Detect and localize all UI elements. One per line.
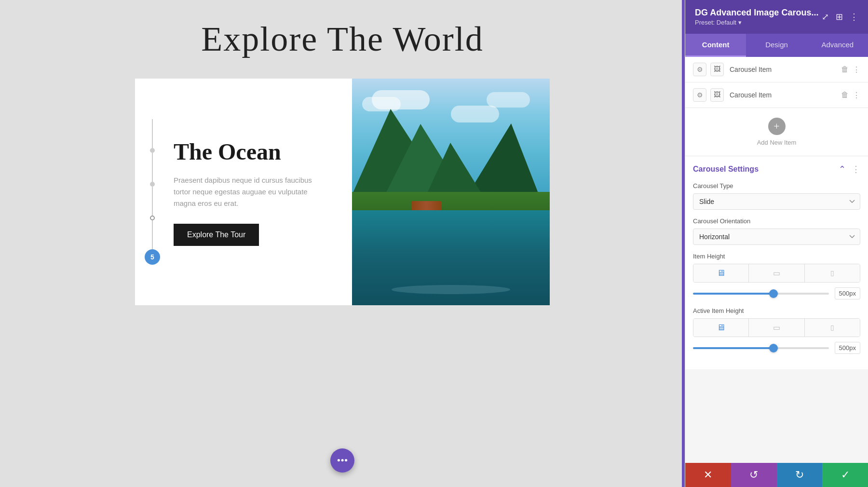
- settings-header-right: ⌃ ⋮: [839, 164, 860, 175]
- nav-dot-3[interactable]: [150, 216, 155, 220]
- float-toolbar: •••: [330, 448, 354, 473]
- nav-line-2: [152, 153, 153, 182]
- active-height-device-row: 🖥 ▭ ▯: [693, 318, 860, 337]
- active-tablet-icon: ▭: [773, 323, 780, 332]
- cloud-3: [451, 106, 499, 122]
- nav-dot-1[interactable]: [150, 148, 155, 153]
- cancel-icon: ✕: [704, 469, 712, 481]
- gear-icon-1: ⚙: [697, 66, 703, 74]
- add-new-label: Add New Item: [757, 139, 797, 146]
- item-actions-1: 🗑 ⋮: [841, 65, 860, 74]
- item-height-monitor-btn[interactable]: 🖥: [693, 264, 749, 282]
- redo-button[interactable]: ↻: [777, 463, 823, 487]
- panel-content: ⚙ 🖼 Carousel Item 🗑 ⋮ ⚙ 🖼: [685, 57, 868, 463]
- panel-subtitle[interactable]: Preset: Default ▾: [695, 19, 818, 26]
- add-circle-icon: +: [768, 118, 786, 135]
- active-item-height-label: Active Item Height: [693, 307, 860, 314]
- nav-badge[interactable]: 5: [145, 249, 160, 265]
- tab-content[interactable]: Content: [685, 34, 746, 57]
- page-title: Explore The World: [201, 19, 483, 59]
- undo-icon: ↺: [749, 469, 758, 481]
- carousel-body-text: Praesent dapibus neque id cursus faucibu…: [174, 175, 323, 209]
- settings-more-dots[interactable]: ⋮: [852, 164, 860, 175]
- save-button[interactable]: ✓: [822, 463, 868, 487]
- item-image-icon-2[interactable]: 🖼: [710, 88, 724, 102]
- settings-title: Carousel Settings: [693, 165, 759, 174]
- carousel-heading: The Ocean: [174, 138, 323, 165]
- panel-header-text: DG Advanced Image Carous... Preset: Defa…: [695, 8, 818, 26]
- gear-icon-2: ⚙: [697, 91, 703, 99]
- carousel-cta-button[interactable]: Explore The Tour: [174, 224, 259, 246]
- carousel-item-row-2: ⚙ 🖼 Carousel Item 🗑 ⋮: [685, 82, 868, 108]
- carousel-type-field: Carousel Type Slide Fade Cube: [693, 182, 860, 210]
- carousel-item-label-1: Carousel Item: [730, 66, 835, 73]
- item-more-2[interactable]: ⋮: [853, 91, 860, 100]
- item-settings-icon-2[interactable]: ⚙: [693, 88, 706, 102]
- panel-header-icons: ⤢ ⊞ ⋮: [822, 12, 858, 22]
- item-height-value: 500px: [835, 287, 860, 299]
- item-trash-2[interactable]: 🗑: [841, 91, 849, 99]
- carousel-settings-section: Carousel Settings ⌃ ⋮ Carousel Type Slid…: [685, 156, 868, 369]
- tab-advanced[interactable]: Advanced: [807, 34, 868, 57]
- carousel-orientation-select[interactable]: Horizontal Vertical: [693, 229, 860, 245]
- nav-line-top: [152, 119, 153, 148]
- image-icon-1: 🖼: [714, 66, 720, 73]
- undo-button[interactable]: ↺: [731, 463, 777, 487]
- carousel-item-label-2: Carousel Item: [730, 91, 835, 99]
- add-new-item-button[interactable]: + Add New Item: [685, 108, 868, 156]
- settings-header: Carousel Settings ⌃ ⋮: [693, 164, 860, 175]
- item-height-label: Item Height: [693, 253, 860, 260]
- bottom-toolbar: ✕ ↺ ↻ ✓: [685, 463, 868, 487]
- carousel-type-select[interactable]: Slide Fade Cube: [693, 193, 860, 210]
- redo-icon: ↻: [795, 469, 804, 481]
- mobile-icon: ▯: [830, 269, 834, 277]
- carousel-orientation-label: Carousel Orientation: [693, 217, 860, 225]
- tablet-icon: ▭: [773, 269, 780, 278]
- tab-bar: Content Design Advanced: [685, 34, 868, 57]
- item-trash-1[interactable]: 🗑: [841, 65, 849, 74]
- float-menu-button[interactable]: •••: [330, 448, 354, 473]
- item-height-slider-row: 500px: [693, 287, 860, 299]
- active-mobile-icon: ▯: [830, 324, 834, 332]
- active-height-value: 500px: [835, 342, 860, 354]
- item-height-tablet-btn[interactable]: ▭: [749, 264, 804, 282]
- nav-dot-2[interactable]: [150, 182, 155, 187]
- more-icon[interactable]: ⋮: [850, 12, 858, 22]
- cancel-button[interactable]: ✕: [685, 463, 731, 487]
- save-icon: ✓: [841, 469, 850, 481]
- carousel-type-label: Carousel Type: [693, 182, 860, 189]
- active-height-mobile-btn[interactable]: ▯: [805, 319, 860, 337]
- item-more-1[interactable]: ⋮: [853, 65, 860, 74]
- fullscreen-icon[interactable]: ⤢: [822, 12, 829, 22]
- item-icons-1: ⚙ 🖼: [693, 63, 724, 76]
- item-height-slider[interactable]: [693, 293, 829, 295]
- item-icons-2: ⚙ 🖼: [693, 88, 724, 102]
- item-height-mobile-btn[interactable]: ▯: [805, 264, 860, 282]
- monitor-icon: 🖥: [717, 268, 725, 278]
- canvas-area: Explore The World 5 The Ocean Praesent d…: [0, 0, 685, 487]
- active-height-tablet-btn[interactable]: ▭: [749, 319, 804, 337]
- item-height-device-row: 🖥 ▭ ▯: [693, 264, 860, 283]
- float-menu-dots: •••: [337, 454, 348, 467]
- nav-line-4: [152, 220, 153, 249]
- item-height-field: Item Height 🖥 ▭ ▯ 500px: [693, 253, 860, 299]
- carousel-container: 5 The Ocean Praesent dapibus neque id cu…: [135, 79, 550, 305]
- active-height-monitor-btn[interactable]: 🖥: [693, 319, 749, 337]
- active-item-height-field: Active Item Height 🖥 ▭ ▯ 500px: [693, 307, 860, 354]
- tab-design[interactable]: Design: [746, 34, 807, 57]
- item-image-icon-1[interactable]: 🖼: [710, 63, 724, 76]
- panel-title: DG Advanced Image Carous...: [695, 8, 818, 18]
- carousel-image-panel: [352, 79, 550, 305]
- water-reflection: [392, 285, 510, 294]
- image-icon-2: 🖼: [714, 91, 720, 99]
- fjord-scene: [352, 79, 550, 305]
- nav-line-3: [152, 187, 153, 216]
- item-actions-2: 🗑 ⋮: [841, 91, 860, 100]
- active-height-slider-row: 500px: [693, 342, 860, 354]
- active-height-slider[interactable]: [693, 347, 829, 349]
- layout-icon[interactable]: ⊞: [836, 12, 843, 22]
- carousel-orientation-field: Carousel Orientation Horizontal Vertical: [693, 217, 860, 245]
- item-settings-icon-1[interactable]: ⚙: [693, 63, 706, 76]
- carousel-left-panel: 5 The Ocean Praesent dapibus neque id cu…: [135, 79, 352, 305]
- settings-chevron-up[interactable]: ⌃: [839, 164, 846, 175]
